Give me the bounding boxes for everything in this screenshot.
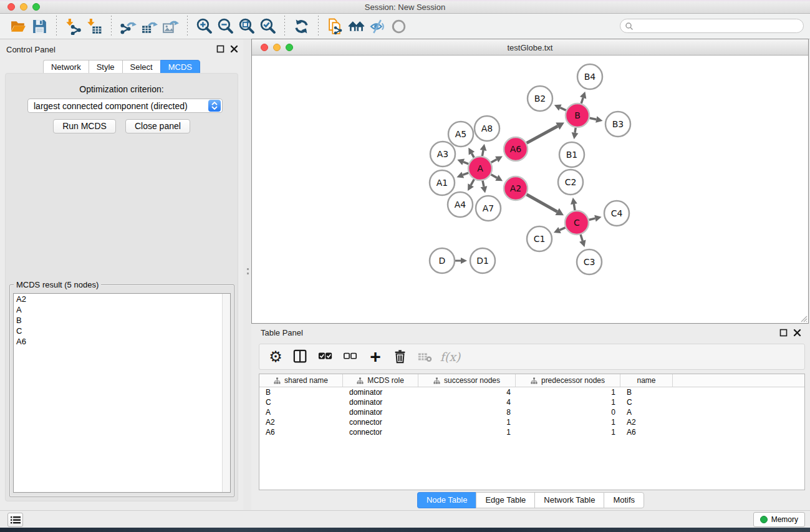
cell-predecessor-nodes[interactable]: 1	[516, 417, 620, 427]
zoom-in-icon[interactable]	[193, 17, 215, 36]
float-panel-icon[interactable]	[216, 45, 224, 53]
search-box[interactable]	[620, 19, 804, 33]
mcds-result-item[interactable]: B	[14, 315, 230, 326]
edge-C-to-C2[interactable]	[574, 204, 575, 210]
memory-button[interactable]: Memory	[753, 512, 805, 527]
cell-predecessor-nodes[interactable]: 0	[516, 407, 620, 417]
select-all-icon[interactable]	[314, 346, 337, 367]
column-header-empty[interactable]	[673, 374, 804, 387]
mcds-result-item[interactable]: A6	[14, 336, 230, 347]
cell-mcds-role[interactable]: dominator	[343, 407, 418, 417]
cell-predecessor-nodes[interactable]: 1	[516, 387, 620, 397]
edge-A-to-A2[interactable]	[491, 175, 496, 178]
edge-C-to-C1[interactable]	[560, 228, 566, 230]
edge-A-to-A3[interactable]	[463, 162, 468, 164]
column-header-name[interactable]: name	[620, 374, 673, 387]
edge-B-to-B4[interactable]	[581, 98, 583, 104]
table-row[interactable]: C dominator 4 1 C	[259, 397, 804, 407]
close-panel-icon[interactable]	[230, 45, 238, 53]
mcds-result-item[interactable]: A2	[14, 294, 230, 304]
column-header-successor-nodes[interactable]: successor nodes	[418, 374, 516, 387]
export-network-icon[interactable]	[117, 17, 138, 36]
column-header-predecessor-nodes[interactable]: predecessor nodes	[516, 374, 620, 387]
edge-B-to-B1[interactable]	[575, 128, 576, 133]
cell-shared-name[interactable]: C	[259, 397, 343, 407]
table-row[interactable]: A2 connector 1 1 A2	[259, 417, 804, 427]
save-icon[interactable]	[29, 17, 50, 36]
column-header-MCDS-role[interactable]: MCDS role	[343, 374, 418, 387]
cell-mcds-role[interactable]: connector	[343, 427, 418, 437]
gear-icon[interactable]: ⚙	[264, 346, 287, 367]
home-icon[interactable]	[345, 17, 367, 36]
tab-edge-table[interactable]: Edge Table	[476, 492, 534, 508]
cell-name[interactable]: A6	[620, 427, 673, 437]
cell-name[interactable]: B	[620, 387, 673, 397]
export-image-icon[interactable]	[160, 17, 181, 36]
resize-grip-icon[interactable]	[799, 314, 808, 322]
cell-shared-name[interactable]: B	[259, 387, 343, 397]
edge-C-to-C3[interactable]	[581, 235, 582, 241]
zoom-out-icon[interactable]	[215, 17, 236, 36]
import-network-icon[interactable]	[62, 17, 84, 36]
cell-successor-nodes[interactable]: 1	[418, 417, 516, 427]
import-table-icon[interactable]	[84, 17, 105, 36]
open-file-icon[interactable]	[7, 17, 29, 36]
edge-A-to-A4[interactable]	[471, 180, 474, 185]
mcds-result-list[interactable]: A2ABCA6	[13, 293, 231, 493]
refresh-icon[interactable]	[291, 17, 312, 36]
tab-network-table[interactable]: Network Table	[534, 492, 604, 508]
optimization-criterion-select[interactable]: largest connected component (directed)	[27, 99, 223, 113]
cell-successor-nodes[interactable]: 8	[418, 407, 516, 417]
float-panel-icon[interactable]	[779, 329, 788, 337]
run-mcds-button[interactable]: Run MCDS	[53, 119, 116, 133]
mcds-result-item[interactable]: A	[14, 304, 230, 315]
edge-A-to-A6[interactable]	[491, 159, 497, 162]
table-row[interactable]: A dominator 8 0 A	[259, 407, 804, 417]
delete-table-icon[interactable]	[414, 346, 436, 367]
export-table-icon[interactable]	[138, 17, 160, 36]
cell-shared-name[interactable]: A	[259, 407, 343, 417]
cell-shared-name[interactable]: A6	[259, 427, 343, 437]
edge-A-to-A1[interactable]	[463, 173, 468, 175]
column-header-shared-name[interactable]: shared name	[259, 374, 343, 387]
table-row[interactable]: B dominator 4 1 B	[259, 387, 804, 397]
hide-graphics-details-icon[interactable]	[367, 17, 388, 36]
network-window-titlebar[interactable]: testGlobe.txt	[252, 39, 808, 56]
columns-icon[interactable]	[289, 346, 312, 367]
edge-C-to-C4[interactable]	[589, 218, 595, 220]
cell-mcds-role[interactable]: connector	[343, 417, 418, 427]
search-input[interactable]	[634, 21, 803, 31]
tab-motifs[interactable]: Motifs	[604, 492, 644, 508]
cell-predecessor-nodes[interactable]: 1	[516, 397, 620, 407]
tab-node-table[interactable]: Node Table	[417, 492, 476, 508]
edge-B-to-B3[interactable]	[590, 118, 597, 119]
vertical-splitter-handle[interactable]	[247, 268, 249, 276]
zoom-fit-icon[interactable]	[236, 17, 257, 36]
edge-A6-to-B[interactable]	[527, 126, 558, 143]
zoom-selected-icon[interactable]	[257, 17, 278, 36]
edge-A-to-A7[interactable]	[483, 181, 484, 187]
cell-predecessor-nodes[interactable]: 1	[516, 427, 620, 437]
clone-network-icon[interactable]	[324, 17, 345, 36]
add-icon[interactable]: +	[364, 346, 387, 367]
deselect-all-icon[interactable]	[339, 346, 362, 367]
mcds-result-item[interactable]: C	[14, 326, 230, 336]
cell-successor-nodes[interactable]: 4	[418, 387, 516, 397]
delete-icon[interactable]	[389, 346, 412, 367]
close-panel-button[interactable]: Close panel	[125, 119, 190, 133]
cell-shared-name[interactable]: A2	[259, 417, 343, 427]
table-row[interactable]: A6 connector 1 1 A6	[259, 427, 804, 437]
cell-mcds-role[interactable]: dominator	[343, 387, 418, 397]
network-canvas[interactable]: B4B2BB3A8A5A6B1A3AA1C2A2A4A7C4CC1C3DD1	[252, 56, 808, 323]
cell-name[interactable]: C	[620, 397, 673, 407]
edge-B-to-B2[interactable]	[560, 108, 566, 110]
cell-name[interactable]: A2	[620, 417, 673, 427]
edge-A-to-A5[interactable]	[471, 153, 474, 158]
cell-mcds-role[interactable]: dominator	[343, 397, 418, 407]
task-history-button[interactable]	[7, 513, 23, 527]
edge-A-to-A8[interactable]	[482, 150, 483, 156]
cell-name[interactable]: A	[620, 407, 673, 417]
list-scrollbar[interactable]	[222, 294, 230, 492]
edge-A2-to-C[interactable]	[526, 195, 557, 212]
cell-successor-nodes[interactable]: 4	[418, 397, 516, 407]
